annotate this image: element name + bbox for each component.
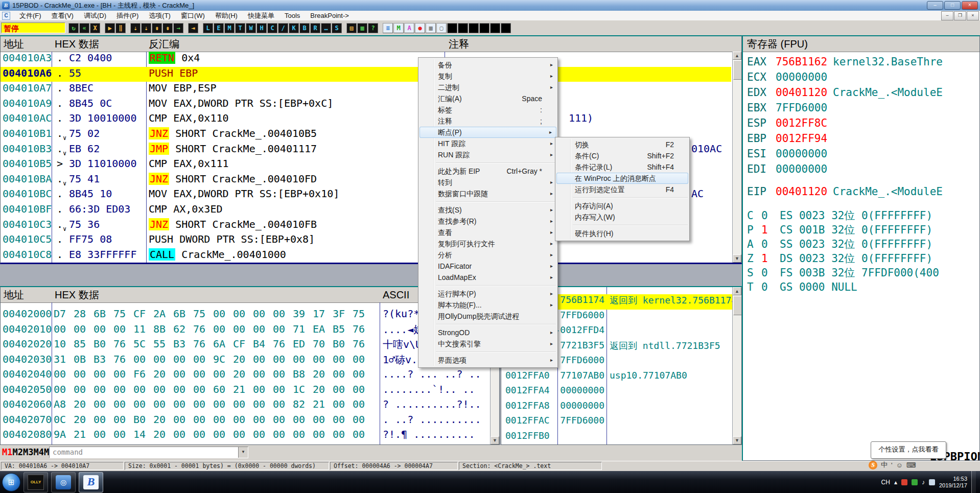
- context-menu-item-16[interactable]: 分析▸: [418, 249, 557, 261]
- dump-row-00402030[interactable]: 00402030310BB376000000009C20000000000000…: [1, 353, 490, 368]
- dump-row-00402020[interactable]: 004020201085B0765C55B3766ACFB476ED70B076…: [1, 338, 490, 353]
- breakpoint-submenu-item-6[interactable]: 内存写入(W): [555, 212, 689, 223]
- dump-row-00402000[interactable]: 00402000D7286B75CF2A6B750000000039173F75…: [1, 308, 490, 323]
- dump-tab-M2[interactable]: M2: [12, 447, 22, 457]
- stack-row-0012FFAC[interactable]: 0012FFAC7FFD6000: [501, 415, 732, 430]
- context-menu-item-7[interactable]: HIT 跟踪▸: [418, 138, 557, 149]
- menubar-item-0[interactable]: 文件(F): [14, 11, 46, 20]
- context-menu-item-9[interactable]: 此处为新 EIPCtrl+Gray *: [418, 166, 557, 177]
- toolbar-button-27[interactable]: ≡: [383, 23, 393, 33]
- scroll-up-icon[interactable]: ▲: [733, 52, 741, 60]
- toolbar-button-22[interactable]: …: [321, 23, 331, 33]
- toolbar-button-31[interactable]: ▦: [426, 23, 436, 33]
- dump-row-00402050[interactable]: 004020500000000000000000602100001C200000…: [1, 383, 490, 398]
- child-restore-button[interactable]: ❐: [954, 11, 966, 20]
- taskbar-clock[interactable]: 16:53 2019/12/17: [939, 476, 967, 489]
- toolbar-button-11[interactable]: L: [203, 23, 213, 33]
- context-menu-item-20[interactable]: 脚本功能(F)...▸: [418, 299, 557, 311]
- network-icon[interactable]: [929, 479, 935, 485]
- breakpoint-submenu-item-1[interactable]: 条件(C)Shift+F2: [555, 150, 689, 161]
- register-row-EBX[interactable]: EBX7FFD6000: [747, 100, 979, 115]
- disasm-row-004010A3[interactable]: 004010A3.C2 0400RETN 0x4: [1, 52, 731, 67]
- menubar-item-6[interactable]: 帮助(H): [210, 11, 243, 20]
- menubar-item-1[interactable]: 查看(V): [46, 11, 79, 20]
- register-row-EIP[interactable]: EIP00401120CrackMe_.<ModuleE: [747, 184, 979, 199]
- taskbar-app-2[interactable]: B: [79, 472, 103, 492]
- dump-row-00402010[interactable]: 0040201000000000118B62760000000071EAB576…: [1, 323, 490, 338]
- close-button[interactable]: ×: [962, 1, 978, 10]
- context-menu-item-14[interactable]: 查看▸: [418, 227, 557, 238]
- menubar-item-5[interactable]: 窗口(W): [176, 11, 210, 20]
- toolbar-button-24[interactable]: ▤: [346, 23, 357, 33]
- context-menu-item-8[interactable]: RUN 跟踪▸: [418, 149, 557, 160]
- start-button[interactable]: ⊞: [2, 473, 20, 491]
- toolbar-button-29[interactable]: A: [404, 23, 414, 33]
- toolbar-button-32[interactable]: ▢: [436, 23, 447, 33]
- menubar-item-7[interactable]: 快捷菜单: [243, 11, 279, 20]
- flag-row-A[interactable]: A0SS 0023 32位 0(FFFFFFFF): [747, 237, 979, 251]
- ime-keyboard-icon[interactable]: ⌨: [906, 461, 916, 469]
- toolbar-button-17[interactable]: C: [267, 23, 277, 33]
- context-menu-item-11[interactable]: 数据窗口中跟随▸: [418, 188, 557, 199]
- toolbar-button-9[interactable]: →: [173, 23, 183, 33]
- flag-row-Z[interactable]: Z1DS 0023 32位 0(FFFFFFFF): [747, 251, 979, 266]
- child-close-button[interactable]: ×: [967, 11, 979, 20]
- scroll-thumb[interactable]: [733, 296, 742, 315]
- stack-scrollbar[interactable]: ▲ ▼: [732, 287, 741, 444]
- breakpoint-submenu-item-3[interactable]: 在 WinProc 上的消息断点: [556, 173, 688, 184]
- register-row-EAX[interactable]: EAX756B1162kernel32.BaseThre: [747, 54, 979, 69]
- breakpoint-submenu-item-7[interactable]: 硬件执行(H): [555, 228, 689, 239]
- toolbar-button-28[interactable]: M: [393, 23, 404, 33]
- dump-tab-M1[interactable]: M1: [2, 447, 12, 457]
- toolbar-button-33[interactable]: [447, 23, 457, 33]
- flag-row-S[interactable]: S0FS 003B 32位 7FFDF000(400: [747, 266, 979, 280]
- breakpoint-submenu-item-4[interactable]: 运行到选定位置F4: [555, 184, 689, 195]
- scroll-down-icon[interactable]: ▼: [733, 254, 741, 263]
- context-menu-item-12[interactable]: 查找(S)▸: [418, 204, 557, 216]
- register-row-ESI[interactable]: ESI00000000: [747, 146, 979, 161]
- toolbar-button-25[interactable]: ▦: [357, 23, 367, 33]
- ime-chinese-toggle[interactable]: 中: [881, 460, 888, 469]
- child-minimize-button[interactable]: –: [941, 11, 953, 20]
- toolbar-button-20[interactable]: B: [299, 23, 310, 33]
- toolbar-button-38[interactable]: [501, 23, 511, 33]
- minimize-button[interactable]: –: [927, 1, 943, 10]
- menubar-item-9[interactable]: BreakPoint->: [305, 11, 354, 20]
- scroll-thumb[interactable]: [733, 60, 742, 80]
- context-menu-item-2[interactable]: 二进制▸: [418, 82, 557, 93]
- disasm-row-004010A9[interactable]: 004010A9.8B45 0CMOV EAX,DWORD PTR SS:[EB…: [1, 97, 731, 112]
- register-row-EBP[interactable]: EBP0012FF94: [747, 131, 979, 146]
- context-menu-item-4[interactable]: 标签:: [418, 104, 557, 115]
- context-menu-item-13[interactable]: 查找参考(R)▸: [418, 216, 557, 227]
- stack-row-0012FFA8[interactable]: 0012FFA800000000: [501, 400, 732, 415]
- menubar-item-8[interactable]: Tools: [279, 11, 305, 20]
- dump-row-00402080[interactable]: 004020809A210000142000000000000000000000…: [1, 428, 490, 443]
- context-menu-item-10[interactable]: 转到▸: [418, 177, 557, 188]
- toolbar-button-10[interactable]: ⇥: [188, 23, 198, 33]
- dump-row-00402060[interactable]: 00402060A8200000000000000000000082210000…: [1, 398, 490, 413]
- register-row-EDI[interactable]: EDI00000000: [747, 161, 979, 177]
- toolbar-button-36[interactable]: [479, 23, 489, 33]
- toolbar-button-8[interactable]: ⇟: [162, 23, 173, 33]
- registers-pane[interactable]: 寄存器 (FPU) EAX756B1162kernel32.BaseThreEC…: [742, 35, 980, 461]
- context-menu-item-23[interactable]: 中文搜索引擎▸: [418, 338, 557, 349]
- language-indicator[interactable]: CH: [881, 479, 890, 486]
- toolbar-button-2[interactable]: X: [90, 23, 100, 33]
- input-method-bar[interactable]: S 中 ' ☺ ⌨: [869, 459, 916, 471]
- toolbar-button-14[interactable]: T: [235, 23, 245, 33]
- hidden-icons-arrow[interactable]: ▴: [894, 479, 897, 486]
- toolbar-button-19[interactable]: K: [289, 23, 299, 33]
- toolbar-button-4[interactable]: ‖: [115, 23, 126, 33]
- disasm-row-004010A6[interactable]: 004010A6.55PUSH EBP: [1, 67, 731, 82]
- toolbar-button-26[interactable]: ?: [368, 23, 378, 33]
- stack-row-0012FFB0[interactable]: 0012FFB0: [501, 430, 732, 445]
- toolbar-button-16[interactable]: H: [256, 23, 267, 33]
- disasm-row-004010A7[interactable]: 004010A7.8BECMOV EBP,ESP: [1, 82, 731, 97]
- dump-tab-M4[interactable]: M4: [33, 447, 43, 457]
- toolbar-button-6[interactable]: ⇣: [141, 23, 151, 33]
- breakpoint-submenu-item-2[interactable]: 条件记录(L)Shift+F4: [555, 161, 689, 173]
- toolbar-button-13[interactable]: M: [224, 23, 235, 33]
- context-menu-item-17[interactable]: IDAFicator▸: [418, 261, 557, 272]
- dump-row-00402040[interactable]: 0040204000000000F620000000200000B8200000…: [1, 368, 490, 383]
- toolbar-button-7[interactable]: ⇟: [152, 23, 162, 33]
